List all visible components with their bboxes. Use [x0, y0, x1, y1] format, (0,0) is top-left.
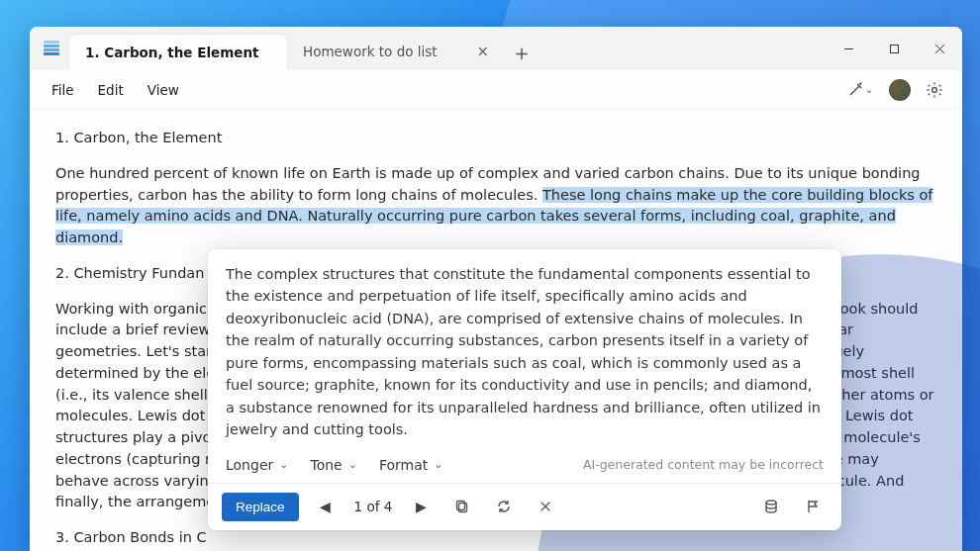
popup-action-bar: Replace ◀ 1 of 4 ▶	[208, 483, 841, 530]
settings-icon[interactable]	[925, 80, 944, 100]
menu-view[interactable]: View	[136, 76, 191, 104]
close-button[interactable]	[917, 27, 962, 70]
menu-edit[interactable]: Edit	[86, 76, 136, 104]
avatar[interactable]	[889, 79, 911, 101]
svg-point-9	[766, 501, 776, 505]
tab-carbon[interactable]: 1. Carbon, the Element	[69, 35, 287, 70]
titlebar: 1. Carbon, the Element Homework to do li…	[30, 27, 962, 70]
close-icon[interactable]: ×	[476, 45, 489, 59]
option-format[interactable]: Format⌄	[379, 457, 443, 473]
svg-rect-1	[890, 45, 898, 52]
tab-label: Homework to do list	[303, 44, 438, 59]
ai-rewrite-popup: The complex structures that constitute t…	[208, 249, 841, 530]
window-controls	[826, 27, 962, 70]
copy-button[interactable]	[447, 492, 477, 521]
ai-disclaimer: AI-generated content may be incorrect	[583, 457, 824, 472]
new-tab-button[interactable]: +	[505, 35, 539, 70]
chevron-down-icon: ⌄	[434, 458, 442, 471]
tab-homework[interactable]: Homework to do list ×	[287, 35, 505, 68]
replace-button[interactable]: Replace	[222, 493, 299, 521]
popup-suggestion-text: The complex structures that constitute t…	[208, 249, 841, 451]
notepad-icon	[44, 41, 59, 56]
popup-options-row: Longer⌄ Tone⌄ Format⌄ AI-generated conte…	[208, 451, 841, 483]
option-tone[interactable]: Tone⌄	[310, 457, 356, 473]
doc-heading-3: 3. Carbon Bonds in C	[55, 527, 936, 549]
regenerate-button[interactable]	[489, 492, 519, 521]
doc-paragraph-1: One hundred percent of known life on Ear…	[55, 163, 936, 249]
dismiss-button[interactable]	[531, 492, 560, 521]
ai-rewrite-icon[interactable]: ⌄	[845, 80, 875, 100]
chevron-down-icon: ⌄	[348, 458, 357, 471]
next-suggestion-button[interactable]: ▶	[406, 492, 436, 521]
doc-heading-1: 1. Carbon, the Element	[55, 128, 936, 149]
maximize-button[interactable]	[871, 27, 917, 70]
flag-icon[interactable]	[798, 492, 828, 521]
tab-label: 1. Carbon, the Element	[85, 45, 259, 60]
prev-suggestion-button[interactable]: ◀	[311, 492, 341, 521]
menubar: File Edit View ⌄	[30, 70, 962, 110]
suggestion-counter: 1 of 4	[352, 499, 395, 514]
menu-file[interactable]: File	[40, 76, 86, 104]
option-longer[interactable]: Longer⌄	[226, 457, 288, 473]
svg-point-4	[932, 87, 937, 92]
minimize-button[interactable]	[826, 27, 871, 70]
chevron-down-icon: ⌄	[279, 458, 288, 471]
data-source-icon[interactable]	[756, 492, 786, 521]
notepad-window: 1. Carbon, the Element Homework to do li…	[30, 27, 962, 551]
